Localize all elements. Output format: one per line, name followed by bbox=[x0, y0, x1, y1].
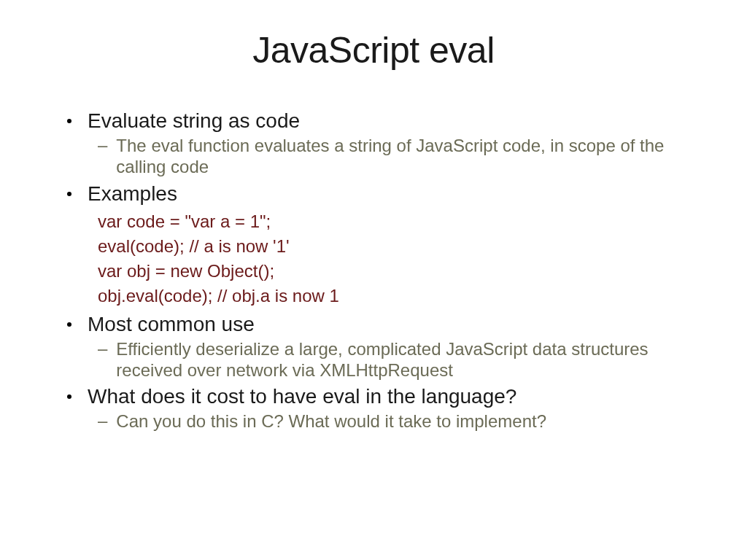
bullet-text: What does it cost to have eval in the la… bbox=[88, 384, 516, 409]
bullet-item: Evaluate string as code – The eval funct… bbox=[67, 108, 680, 178]
sub-item: – Can you do this in C? What would it ta… bbox=[98, 411, 680, 432]
dash-icon: – bbox=[98, 135, 107, 155]
bullet-item: What does it cost to have eval in the la… bbox=[67, 384, 680, 432]
bullet-icon bbox=[67, 119, 71, 123]
sub-list: – Efficiently deserialize a large, compl… bbox=[98, 338, 680, 381]
sub-text: The eval function evaluates a string of … bbox=[116, 135, 680, 178]
slide: JavaScript eval Evaluate string as code … bbox=[0, 29, 747, 560]
code-line: var obj = new Object(); bbox=[98, 259, 680, 284]
bullet-text: Most common use bbox=[88, 311, 255, 337]
bullet-text: Examples bbox=[88, 181, 177, 206]
sub-text: Can you do this in C? What would it take… bbox=[116, 411, 546, 432]
bullet-line: What does it cost to have eval in the la… bbox=[67, 384, 680, 409]
dash-icon: – bbox=[98, 411, 107, 431]
bullet-text: Evaluate string as code bbox=[88, 108, 300, 133]
bullet-icon bbox=[67, 322, 71, 327]
code-line: var code = "var a = 1"; bbox=[98, 209, 680, 234]
slide-title: JavaScript eval bbox=[0, 29, 747, 71]
bullet-item: Most common use – Efficiently deserializ… bbox=[67, 311, 680, 381]
code-block: var code = "var a = 1"; eval(code); // a… bbox=[98, 209, 680, 308]
bullet-line: Examples bbox=[67, 181, 680, 206]
slide-content: Evaluate string as code – The eval funct… bbox=[0, 108, 747, 432]
sub-item: – The eval function evaluates a string o… bbox=[98, 135, 680, 178]
code-line: obj.eval(code); // obj.a is now 1 bbox=[98, 284, 680, 308]
dash-line: – Can you do this in C? What would it ta… bbox=[98, 411, 680, 432]
bullet-item: Examples var code = "var a = 1"; eval(co… bbox=[67, 181, 680, 308]
bullet-icon bbox=[67, 192, 71, 196]
sub-list: – The eval function evaluates a string o… bbox=[98, 135, 680, 178]
bullet-icon bbox=[67, 394, 71, 399]
sub-list: – Can you do this in C? What would it ta… bbox=[98, 411, 680, 432]
bullet-line: Most common use bbox=[67, 311, 680, 337]
dash-icon: – bbox=[98, 338, 107, 359]
bullet-list: Evaluate string as code – The eval funct… bbox=[67, 108, 680, 432]
sub-text: Efficiently deserialize a large, complic… bbox=[116, 338, 680, 381]
dash-line: – The eval function evaluates a string o… bbox=[98, 135, 680, 178]
dash-line: – Efficiently deserialize a large, compl… bbox=[98, 338, 680, 381]
bullet-line: Evaluate string as code bbox=[67, 108, 680, 133]
sub-item: – Efficiently deserialize a large, compl… bbox=[98, 338, 680, 381]
code-line: eval(code); // a is now '1' bbox=[98, 234, 680, 259]
